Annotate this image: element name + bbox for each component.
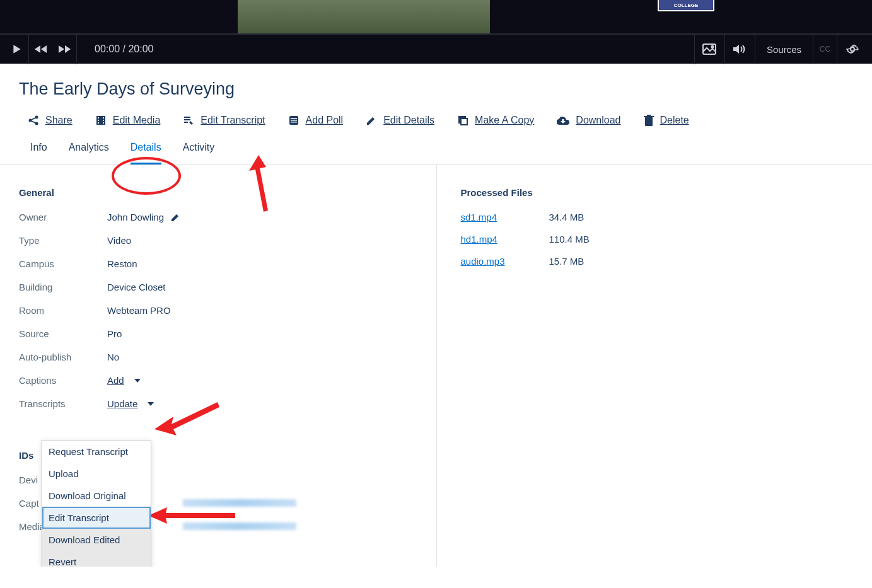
captions-label: Captions	[19, 375, 107, 386]
general-header: General	[19, 187, 417, 198]
campus-label: Campus	[19, 258, 107, 269]
rewind-button[interactable]	[29, 34, 53, 64]
transcripts-dropdown: Request Transcript Upload Download Origi…	[42, 440, 151, 567]
file-link-audio[interactable]: audio.mp3	[461, 256, 505, 267]
dropdown-upload[interactable]: Upload	[42, 463, 151, 485]
file-size: 34.4 MB	[549, 212, 584, 222]
svg-rect-14	[184, 122, 188, 123]
file-size: 15.7 MB	[549, 256, 584, 267]
svg-rect-12	[184, 117, 190, 118]
file-link-hd1[interactable]: hd1.mp4	[461, 234, 497, 245]
caret-down-icon	[134, 379, 141, 383]
edit-transcript-button[interactable]: Edit Transcript	[183, 115, 265, 126]
room-label: Room	[19, 305, 107, 316]
svg-rect-18	[291, 122, 297, 123]
svg-rect-17	[291, 120, 297, 121]
svg-rect-22	[644, 116, 654, 117]
edit-media-button[interactable]: Edit Media	[95, 115, 161, 126]
dropdown-download-original[interactable]: Download Original	[42, 485, 151, 507]
owner-label: Owner	[19, 212, 107, 222]
blurred-id	[183, 522, 296, 530]
captions-add-button[interactable]: Add	[107, 375, 141, 386]
dropdown-edit-transcript[interactable]: Edit Transcript	[42, 507, 151, 529]
volume-button[interactable]	[724, 34, 755, 64]
picture-button[interactable]	[694, 34, 724, 64]
delete-button[interactable]: Delete	[644, 115, 689, 126]
building-value: Device Closet	[107, 282, 166, 292]
video-thumbnail-area: COLLEGE	[0, 0, 872, 33]
room-value: Webteam PRO	[107, 305, 171, 316]
toolbar: Share Edit Media Edit Transcript Add Pol…	[19, 115, 853, 126]
svg-point-1	[712, 46, 714, 48]
svg-rect-16	[291, 118, 297, 119]
sources-button[interactable]: Sources	[755, 34, 813, 64]
svg-rect-6	[98, 117, 99, 118]
download-button[interactable]: Download	[557, 115, 620, 126]
file-link-sd1[interactable]: sd1.mp4	[461, 212, 497, 222]
svg-rect-11	[103, 122, 104, 124]
make-copy-button[interactable]: Make A Copy	[457, 115, 534, 126]
svg-rect-13	[184, 119, 190, 120]
building-label: Building	[19, 282, 107, 292]
player-time: 00:00 / 20:00	[95, 43, 153, 55]
tab-info[interactable]: Info	[30, 142, 47, 164]
transcripts-update-button[interactable]: Update	[107, 398, 154, 409]
dropdown-revert[interactable]: Revert	[42, 551, 151, 567]
caret-down-icon	[148, 402, 154, 406]
college-badge: COLLEGE	[658, 0, 714, 11]
type-value: Video	[107, 235, 131, 246]
settings-button[interactable]	[837, 34, 867, 64]
player-bar: 00:00 / 20:00 Sources CC	[0, 33, 872, 64]
source-label: Source	[19, 328, 107, 339]
tab-analytics[interactable]: Analytics	[69, 142, 109, 164]
edit-icon[interactable]	[170, 212, 180, 222]
video-thumbnail[interactable]	[238, 0, 490, 33]
page-title: The Early Days of Surveying	[19, 79, 853, 99]
share-button[interactable]: Share	[28, 115, 73, 126]
file-size: 110.4 MB	[549, 234, 590, 245]
owner-value: John Dowling	[107, 212, 180, 222]
tab-details[interactable]: Details	[131, 142, 161, 164]
tab-activity[interactable]: Activity	[183, 142, 215, 164]
transcripts-label: Transcripts	[19, 398, 107, 409]
svg-rect-21	[645, 117, 653, 126]
svg-rect-20	[461, 118, 467, 125]
blurred-id	[183, 499, 296, 507]
forward-button[interactable]	[53, 34, 77, 64]
processed-files-header: Processed Files	[461, 187, 854, 198]
dropdown-request-transcript[interactable]: Request Transcript	[42, 441, 151, 463]
edit-details-button[interactable]: Edit Details	[366, 115, 434, 126]
svg-rect-8	[98, 122, 99, 124]
svg-rect-10	[103, 120, 104, 121]
auto-publish-label: Auto-publish	[19, 352, 107, 362]
auto-publish-value: No	[107, 352, 119, 362]
source-value: Pro	[107, 328, 122, 339]
play-button[interactable]	[5, 34, 29, 64]
svg-rect-7	[98, 120, 99, 121]
add-poll-button[interactable]: Add Poll	[288, 115, 344, 126]
svg-rect-9	[103, 117, 104, 118]
cc-button[interactable]: CC	[813, 34, 837, 64]
dropdown-download-edited[interactable]: Download Edited	[42, 529, 151, 551]
svg-rect-23	[647, 115, 651, 116]
type-label: Type	[19, 235, 107, 246]
campus-value: Reston	[107, 258, 137, 269]
tabs: Info Analytics Details Activity	[0, 142, 872, 165]
